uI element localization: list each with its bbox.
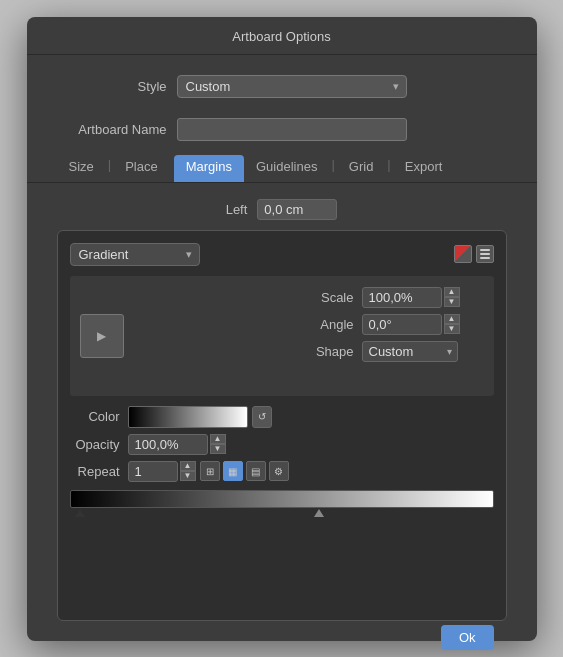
- repeat-spinner: ▲ ▼: [180, 461, 196, 481]
- left-label: Left: [226, 202, 248, 217]
- style-row: Style Custom: [27, 63, 537, 98]
- gradient-right-controls: Scale ▲ ▼ Angle ▲ ▼ Shape: [304, 287, 494, 608]
- gradient-stop-left[interactable]: [75, 509, 85, 517]
- list-icon[interactable]: [476, 245, 494, 263]
- scale-input[interactable]: [362, 287, 442, 308]
- scale-up-btn[interactable]: ▲: [444, 287, 460, 297]
- main-dialog: Artboard Options Style Custom Artboard N…: [27, 17, 537, 641]
- list-line-1: [480, 249, 490, 251]
- tab-export[interactable]: Export: [393, 155, 455, 182]
- slash-icon[interactable]: [454, 245, 472, 263]
- angle-spinner: ▲ ▼: [444, 314, 460, 334]
- color-label: Color: [70, 409, 120, 424]
- scale-spinner: ▲ ▼: [444, 287, 460, 307]
- tab-divider-4: |: [387, 157, 390, 180]
- color-swatch[interactable]: [128, 406, 248, 428]
- repeat-settings-btn[interactable]: ⚙: [269, 461, 289, 481]
- color-refresh-btn[interactable]: ↺: [252, 406, 272, 428]
- artboard-name-input[interactable]: [177, 118, 407, 141]
- thumb-arrow-icon: ▶: [97, 329, 106, 343]
- tabs-row: Size | Place Margins Guidelines | Grid |…: [27, 141, 537, 183]
- left-field-row: Left: [27, 183, 537, 230]
- gradient-select-wrapper: Gradient: [70, 243, 200, 266]
- tab-divider-3: |: [331, 157, 334, 180]
- gradient-top-row: Gradient: [70, 243, 494, 266]
- angle-up-btn[interactable]: ▲: [444, 314, 460, 324]
- opacity-input[interactable]: [128, 434, 208, 455]
- repeat-icons: ⊞ ▦ ▤ ⚙: [200, 461, 289, 481]
- scale-row: Scale ▲ ▼: [304, 287, 494, 308]
- ok-button[interactable]: Ok: [441, 625, 494, 650]
- shape-select[interactable]: Custom: [362, 341, 458, 362]
- opacity-up-btn[interactable]: ▲: [210, 434, 226, 444]
- dialog-title: Artboard Options: [27, 17, 537, 55]
- repeat-up-btn[interactable]: ▲: [180, 461, 196, 471]
- style-select-wrapper: Custom: [177, 75, 407, 98]
- tab-divider-1: |: [108, 157, 111, 180]
- angle-down-btn[interactable]: ▼: [444, 324, 460, 334]
- tab-place[interactable]: Place: [113, 155, 170, 182]
- shape-select-wrapper: Custom: [362, 341, 458, 362]
- tab-grid[interactable]: Grid: [337, 155, 386, 182]
- gradient-bar[interactable]: [70, 490, 494, 508]
- artboard-name-row: Artboard Name: [27, 106, 537, 141]
- style-label: Style: [67, 79, 167, 94]
- artboard-name-label: Artboard Name: [67, 122, 167, 137]
- gradient-preview-thumb: ▶: [80, 314, 124, 358]
- opacity-spinner: ▲ ▼: [210, 434, 226, 454]
- scale-down-btn[interactable]: ▼: [444, 297, 460, 307]
- gradient-select[interactable]: Gradient: [70, 243, 200, 266]
- repeat-pattern-btn[interactable]: ⊞: [200, 461, 220, 481]
- tab-margins[interactable]: Margins: [174, 155, 244, 182]
- gradient-icons: [454, 245, 494, 263]
- style-select[interactable]: Custom: [177, 75, 407, 98]
- repeat-input[interactable]: [128, 461, 178, 482]
- shape-row: Shape Custom: [304, 341, 494, 362]
- gradient-bar-wrapper: [70, 490, 494, 520]
- angle-row: Angle ▲ ▼: [304, 314, 494, 335]
- left-value-input[interactable]: [257, 199, 337, 220]
- opacity-down-btn[interactable]: ▼: [210, 444, 226, 454]
- repeat-label: Repeat: [70, 464, 120, 479]
- shape-label: Shape: [304, 344, 354, 359]
- gradient-panel: Gradient ▶ Scale: [57, 230, 507, 621]
- repeat-down-btn[interactable]: ▼: [180, 471, 196, 481]
- gradient-stop-right[interactable]: [314, 509, 324, 517]
- scale-label: Scale: [304, 290, 354, 305]
- opacity-label: Opacity: [70, 437, 120, 452]
- repeat-gradient-btn[interactable]: ▤: [246, 461, 266, 481]
- tab-size[interactable]: Size: [57, 155, 106, 182]
- angle-input[interactable]: [362, 314, 442, 335]
- list-line-3: [480, 257, 490, 259]
- tab-guidelines[interactable]: Guidelines: [244, 155, 329, 182]
- angle-label: Angle: [304, 317, 354, 332]
- repeat-solid-btn[interactable]: ▦: [223, 461, 243, 481]
- list-line-2: [480, 253, 490, 255]
